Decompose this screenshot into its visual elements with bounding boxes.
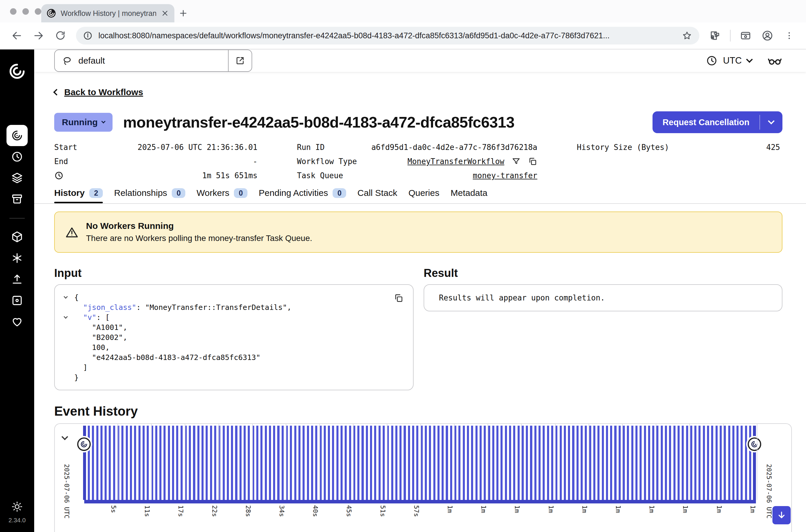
task-queue-link[interactable]: money-transfer — [473, 171, 537, 180]
address-bar[interactable]: localhost:8080/namespaces/default/workfl… — [76, 27, 699, 44]
detail-row-start: Start 2025-07-06 UTC 21:36:36.01 — [54, 140, 257, 154]
sidebar-item-nexus[interactable] — [6, 247, 28, 269]
timeline-gridline — [622, 424, 623, 500]
status-badge[interactable]: Running — [54, 113, 113, 132]
sidebar-item-labs[interactable] — [6, 290, 28, 311]
sidebar-item-feedback[interactable] — [6, 311, 28, 332]
timeline-gridline — [420, 424, 421, 500]
tab-history[interactable]: History2 — [54, 188, 103, 203]
app-version: 2.34.0 — [8, 517, 26, 524]
back-row: Back to Workflows — [54, 87, 783, 97]
banner-message: There are no Workers polling the money-t… — [86, 232, 312, 245]
timeline-tick-label: 1m — [715, 505, 723, 513]
copy-icon[interactable] — [528, 157, 537, 166]
timeline-event-bars[interactable] — [88, 426, 752, 500]
browser-tab[interactable]: Workflow History | moneytran — [41, 4, 174, 22]
filter-icon[interactable] — [512, 157, 521, 166]
site-info-icon[interactable] — [83, 31, 93, 40]
copy-icon[interactable] — [394, 293, 404, 303]
request-cancellation-button[interactable]: Request Cancellation — [653, 111, 783, 133]
namespace-select[interactable]: default — [54, 50, 229, 72]
profile-icon[interactable] — [758, 26, 777, 45]
tab-close-icon[interactable] — [161, 9, 169, 17]
workflow-start-event-icon[interactable] — [77, 437, 91, 451]
details-column-3: History Size (Bytes) 425 — [577, 140, 780, 183]
collapse-chevron-icon[interactable] — [64, 294, 68, 299]
new-tab-button[interactable] — [174, 4, 192, 22]
timeline-start-marker — [83, 426, 86, 500]
history-size-label: History Size (Bytes) — [577, 143, 669, 152]
cancel-menu-caret[interactable] — [760, 111, 783, 133]
tab-queries[interactable]: Queries — [408, 188, 439, 203]
tab-count-badge: 0 — [234, 188, 247, 198]
timeline-tick-label: 34s — [278, 505, 286, 517]
workflow-type-link[interactable]: MoneyTransferWorkflow — [407, 157, 504, 166]
sidebar-footer: 2.34.0 — [8, 501, 26, 524]
timeline-gridline — [117, 424, 118, 500]
timeline-tick-label: 28s — [245, 505, 252, 517]
temporal-app: 2.34.0 default — [0, 50, 806, 532]
timeline-tick-label: 40s — [312, 505, 319, 517]
menu-icon[interactable] — [780, 26, 799, 45]
timeline-tick-label: 22s — [211, 505, 218, 517]
workflow-end-event-icon[interactable] — [748, 437, 761, 451]
url-text: localhost:8080/namespaces/default/workfl… — [98, 31, 676, 40]
tab-pending-activities[interactable]: Pending Activities0 — [258, 188, 346, 203]
extensions-icon[interactable] — [705, 26, 725, 45]
timeline-gridline — [487, 424, 488, 500]
timeline-tick-label: 1m — [446, 505, 454, 513]
workflow-page: Back to Workflows Running moneytransfer-… — [34, 72, 806, 532]
namespace-switcher: default — [54, 50, 252, 72]
theme-sun-icon[interactable] — [11, 501, 23, 513]
tab-label: Queries — [408, 188, 439, 198]
sidebar-item-workflows[interactable] — [6, 125, 28, 146]
sidebar-item-batch[interactable] — [6, 226, 28, 247]
workflow-header: Running moneytransfer-e4242aa5-b08d-4183… — [54, 111, 783, 133]
collapse-timeline-chevron-icon[interactable] — [62, 434, 68, 440]
sidebar-item-import[interactable] — [6, 269, 28, 290]
code-line: "A1001", — [64, 323, 404, 332]
back-to-workflows-link[interactable]: Back to Workflows — [64, 87, 143, 97]
open-namespace-button[interactable] — [229, 50, 252, 72]
timeline-tick-label: 1m — [514, 505, 521, 513]
detail-row-history-size: History Size (Bytes) 425 — [577, 140, 780, 154]
scroll-to-bottom-button[interactable] — [772, 506, 791, 524]
collapse-chevron-icon[interactable] — [64, 315, 68, 319]
sidebar-item-schedules[interactable] — [6, 146, 28, 167]
timeline-baseline — [84, 500, 756, 504]
macos-window-controls[interactable] — [10, 8, 41, 15]
tab-label: Call Stack — [357, 188, 397, 198]
timeline-gridline — [555, 424, 556, 500]
tab-title: Workflow History | moneytran — [61, 9, 156, 18]
code-line: "B2002", — [64, 332, 404, 343]
app-topbar: default UTC — [34, 50, 806, 72]
browser-toolbar: localhost:8080/namespaces/default/workfl… — [0, 22, 806, 50]
data-encoder-glasses-icon[interactable] — [767, 53, 783, 68]
event-history-timeline: 2025-07-06 UTC 2025-07-06 UTC 5s11s17s22… — [54, 423, 792, 532]
sidebar-item-deployments[interactable] — [6, 167, 28, 189]
chevron-down-icon — [101, 119, 105, 124]
sidebar-item-archive[interactable] — [6, 189, 28, 210]
back-icon[interactable] — [7, 26, 26, 45]
forward-icon[interactable] — [29, 26, 48, 45]
no-workers-banner: No Workers Running There are no Workers … — [54, 211, 783, 253]
status-label: Running — [62, 117, 98, 127]
timeline-gridline — [286, 424, 286, 500]
reload-icon[interactable] — [51, 26, 70, 45]
window-close-button[interactable] — [10, 8, 17, 15]
tab-workers[interactable]: Workers0 — [196, 188, 247, 203]
tab-relationships[interactable]: Relationships0 — [114, 188, 185, 203]
temporal-logo[interactable] — [8, 62, 26, 80]
timeline-tick-label: 51s — [379, 505, 386, 517]
tab-call-stack[interactable]: Call Stack — [357, 188, 397, 203]
window-zoom-button[interactable] — [35, 8, 41, 15]
warning-icon — [65, 220, 78, 245]
tab-metadata[interactable]: Metadata — [450, 188, 487, 203]
tab-search-icon[interactable] — [736, 26, 755, 45]
input-code: {"json_class": "MoneyTransfer::TransferD… — [64, 292, 404, 383]
request-cancellation-label[interactable]: Request Cancellation — [653, 111, 760, 133]
event-history-heading: Event History — [54, 404, 783, 419]
timezone-select[interactable]: UTC — [706, 55, 752, 66]
window-minimize-button[interactable] — [22, 8, 29, 15]
bookmark-star-icon[interactable] — [682, 30, 692, 41]
